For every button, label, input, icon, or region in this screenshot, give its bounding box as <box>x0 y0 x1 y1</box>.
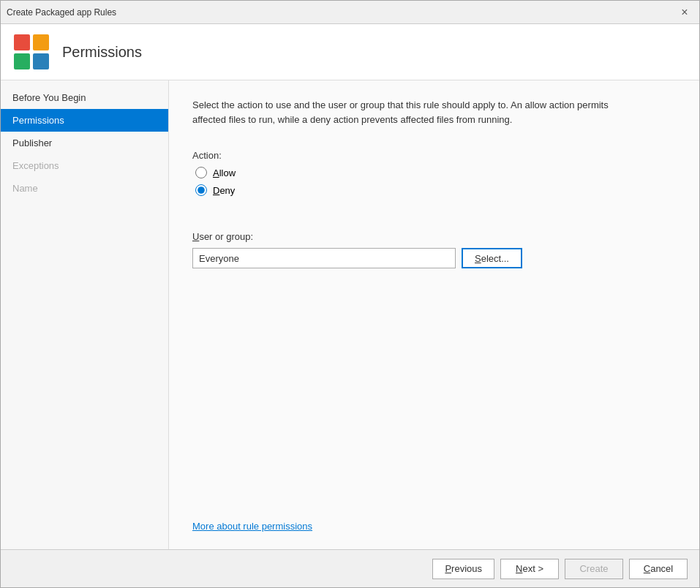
main-window: Create Packaged app Rules × Permissions … <box>0 0 700 588</box>
svg-rect-3 <box>33 53 49 69</box>
more-link[interactable]: More about rule permissions <box>192 521 312 532</box>
next-button[interactable]: Next > <box>500 559 559 579</box>
action-radio-group: Allow Deny <box>195 167 676 196</box>
action-label: Action: <box>192 150 676 161</box>
sidebar-item-exceptions: Exceptions <box>1 154 168 177</box>
user-group-section: User or group: Select... <box>192 231 676 268</box>
select-button[interactable]: Select... <box>462 248 522 268</box>
previous-button[interactable]: Previous <box>432 559 494 579</box>
app-icon <box>12 33 50 71</box>
allow-radio[interactable] <box>195 167 207 178</box>
create-button[interactable]: Create <box>565 559 623 579</box>
footer: Previous Next > Create Cancel <box>1 549 699 587</box>
allow-radio-item[interactable]: Allow <box>195 167 676 178</box>
description-text: Select the action to use and the user or… <box>192 98 617 127</box>
sidebar-item-publisher[interactable]: Publisher <box>1 132 168 154</box>
page-title: Permissions <box>62 44 142 61</box>
action-section: Action: Allow Deny <box>192 150 676 196</box>
main-content: Select the action to use and the user or… <box>169 80 699 549</box>
sidebar-item-before-you-begin[interactable]: Before You Begin <box>1 86 168 109</box>
sidebar-item-name: Name <box>1 177 168 200</box>
cancel-button[interactable]: Cancel <box>629 559 688 579</box>
title-bar: Create Packaged app Rules × <box>1 1 699 24</box>
close-button[interactable]: × <box>676 4 693 21</box>
user-group-label: User or group: <box>192 231 676 242</box>
user-group-input[interactable] <box>192 248 456 268</box>
deny-label: Deny <box>213 185 235 196</box>
title-bar-text: Create Packaged app Rules <box>7 7 116 18</box>
deny-radio[interactable] <box>195 184 207 196</box>
sidebar-item-permissions[interactable]: Permissions <box>1 109 168 132</box>
allow-label: Allow <box>213 167 236 178</box>
svg-rect-2 <box>14 53 30 69</box>
content-area: Before You Begin Permissions Publisher E… <box>1 80 699 549</box>
header: Permissions <box>1 24 699 80</box>
sidebar: Before You Begin Permissions Publisher E… <box>1 80 169 549</box>
user-group-row: Select... <box>192 248 676 268</box>
svg-rect-1 <box>33 34 49 50</box>
svg-rect-0 <box>14 34 30 50</box>
deny-radio-item[interactable]: Deny <box>195 184 676 196</box>
link-section: More about rule permissions <box>192 509 676 532</box>
